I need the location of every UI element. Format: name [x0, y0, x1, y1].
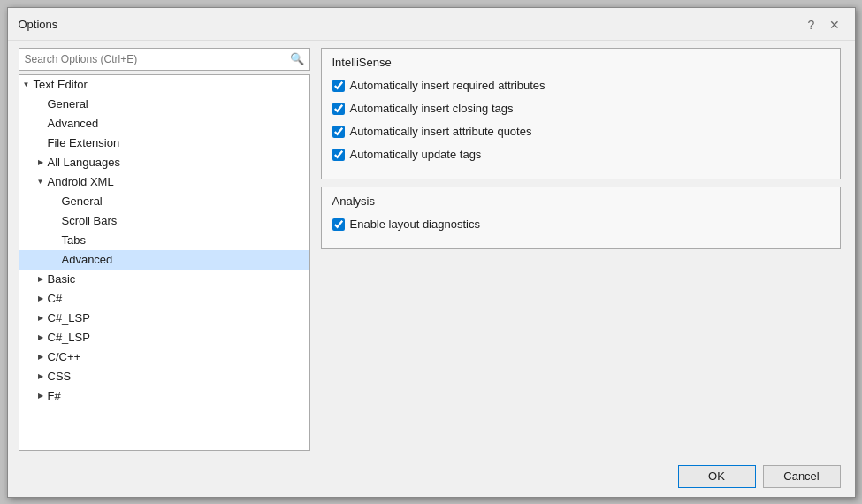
tree-label-general: General: [48, 97, 88, 111]
tree-item-advanced-te[interactable]: Advanced: [19, 114, 309, 134]
expander-basic[interactable]: [34, 272, 48, 286]
expander-cpp[interactable]: [34, 350, 48, 364]
tree-label-android-xml: Android XML: [48, 175, 114, 188]
expander-advanced[interactable]: [48, 253, 62, 267]
expander-tabs[interactable]: [48, 233, 62, 248]
ok-button[interactable]: OK: [678, 465, 756, 488]
expander-general[interactable]: [34, 97, 48, 111]
checkbox-row-auto-insert-quotes: Automatically insert attribute quotes: [332, 122, 829, 141]
tree-item-fsharp[interactable]: F#: [19, 386, 309, 406]
options-dialog: Options ? ✕ 🔍 Text EditorGeneralAdvanced…: [7, 7, 856, 498]
tree-label-scroll-bars: Scroll Bars: [62, 214, 118, 227]
checkbox-auto-update-tags[interactable]: [332, 149, 345, 161]
tree-item-cpp[interactable]: C/C++: [19, 347, 309, 367]
title-bar-left: Options: [19, 18, 58, 31]
tree-item-general[interactable]: General: [19, 95, 309, 114]
checkbox-row-auto-update-tags: Automatically update tags: [332, 145, 829, 164]
tree-label-csharp-lsp2: C#_LSP: [48, 331, 90, 344]
dialog-title: Options: [19, 18, 58, 31]
analysis-section: Analysis Enable layout diagnostics: [321, 187, 841, 249]
tree-item-tabs[interactable]: Tabs: [19, 231, 309, 250]
analysis-options: Enable layout diagnostics: [332, 215, 829, 234]
expander-csharp-lsp2[interactable]: [34, 331, 48, 345]
help-button[interactable]: ?: [802, 15, 821, 34]
expander-all-languages[interactable]: [34, 156, 48, 170]
tree-label-tabs: Tabs: [62, 233, 86, 247]
tree-item-csharp-lsp1[interactable]: C#_LSP: [19, 309, 309, 328]
checkbox-row-auto-insert-closing: Automatically insert closing tags: [332, 99, 829, 118]
expander-css[interactable]: [34, 370, 48, 384]
tree-label-fsharp: F#: [48, 389, 61, 402]
tree-item-text-editor[interactable]: Text Editor: [19, 75, 309, 95]
intellisense-options: Automatically insert required attributes…: [332, 76, 829, 164]
tree-label-file-extension: File Extension: [48, 136, 120, 149]
tree-item-advanced[interactable]: Advanced: [19, 250, 309, 270]
tree-label-basic: Basic: [48, 272, 76, 286]
tree-label-advanced: Advanced: [62, 253, 113, 266]
tree-container[interactable]: Text EditorGeneralAdvancedFile Extension…: [19, 74, 310, 451]
expander-general-ax[interactable]: [48, 195, 62, 209]
dialog-footer: OK Cancel: [8, 458, 855, 497]
checkbox-row-auto-insert-required: Automatically insert required attributes: [332, 76, 829, 95]
tree-label-text-editor: Text Editor: [34, 78, 88, 91]
intellisense-section: IntelliSense Automatically insert requir…: [321, 48, 841, 179]
expander-android-xml[interactable]: [34, 175, 48, 189]
tree-item-csharp[interactable]: C#: [19, 289, 309, 309]
dialog-body: 🔍 Text EditorGeneralAdvancedFile Extensi…: [8, 41, 855, 458]
expander-scroll-bars[interactable]: [48, 214, 62, 228]
checkbox-auto-insert-closing[interactable]: [332, 103, 345, 115]
search-icon: 🔍: [290, 52, 304, 65]
search-box[interactable]: 🔍: [19, 48, 310, 71]
tree-label-csharp: C#: [48, 292, 63, 305]
tree-label-advanced-te: Advanced: [48, 117, 99, 130]
label-enable-layout-diagnostics: Enable layout diagnostics: [350, 218, 480, 231]
tree-item-android-xml[interactable]: Android XML: [19, 172, 309, 192]
label-auto-update-tags: Automatically update tags: [350, 148, 482, 161]
tree-item-file-extension[interactable]: File Extension: [19, 134, 309, 153]
tree-label-general-ax: General: [62, 195, 103, 208]
analysis-title: Analysis: [332, 195, 829, 208]
checkbox-auto-insert-required[interactable]: [332, 80, 345, 92]
cancel-button[interactable]: Cancel: [763, 465, 841, 488]
tree-label-csharp-lsp1: C#_LSP: [48, 311, 90, 325]
checkbox-row-enable-layout-diagnostics: Enable layout diagnostics: [332, 215, 829, 234]
tree-item-scroll-bars[interactable]: Scroll Bars: [19, 211, 309, 231]
expander-advanced-te[interactable]: [34, 117, 48, 131]
tree-label-css: CSS: [48, 370, 72, 383]
tree-item-general-ax[interactable]: General: [19, 192, 309, 211]
title-actions: ? ✕: [802, 15, 844, 34]
right-panel: IntelliSense Automatically insert requir…: [317, 48, 844, 451]
tree-label-cpp: C/C++: [48, 350, 81, 363]
title-bar: Options ? ✕: [8, 8, 855, 41]
expander-fsharp[interactable]: [34, 389, 48, 403]
tree-item-css[interactable]: CSS: [19, 367, 309, 386]
intellisense-title: IntelliSense: [332, 56, 829, 69]
label-auto-insert-closing: Automatically insert closing tags: [350, 102, 514, 115]
tree-item-csharp-lsp2[interactable]: C#_LSP: [19, 328, 309, 347]
expander-text-editor[interactable]: [19, 78, 34, 92]
tree-item-all-languages[interactable]: All Languages: [19, 153, 309, 172]
tree-label-all-languages: All Languages: [48, 156, 120, 169]
expander-csharp[interactable]: [34, 292, 48, 306]
expander-file-extension[interactable]: [34, 136, 48, 150]
checkbox-enable-layout-diagnostics[interactable]: [332, 218, 345, 231]
expander-csharp-lsp1[interactable]: [34, 311, 48, 325]
label-auto-insert-quotes: Automatically insert attribute quotes: [350, 125, 532, 138]
left-panel: 🔍 Text EditorGeneralAdvancedFile Extensi…: [19, 48, 310, 451]
label-auto-insert-required: Automatically insert required attributes: [350, 79, 545, 92]
close-button[interactable]: ✕: [825, 15, 844, 34]
tree-item-basic[interactable]: Basic: [19, 270, 309, 289]
search-input[interactable]: [25, 53, 290, 65]
checkbox-auto-insert-quotes[interactable]: [332, 126, 345, 138]
